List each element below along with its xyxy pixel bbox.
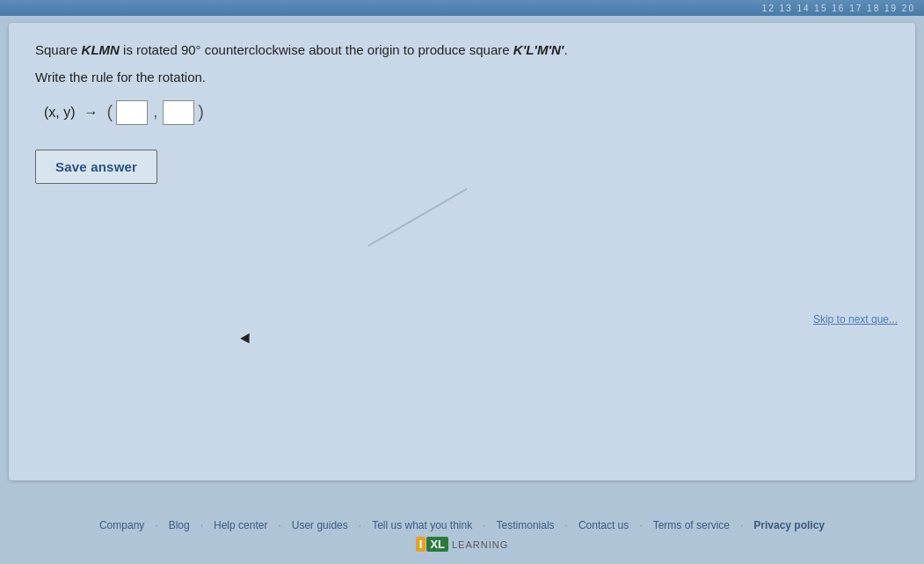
footer-link-feedback[interactable]: Tell us what you think — [372, 519, 472, 531]
footer-link-guides[interactable]: User guides — [292, 519, 348, 531]
footer-brand: IXL LEARNING — [416, 537, 509, 552]
footer-link-help[interactable]: Help center — [214, 519, 267, 531]
rotation-rule: (x, y) → ( , ) — [44, 100, 889, 125]
footer-link-testimonials[interactable]: Testimonials — [497, 519, 555, 531]
rotation-input-x[interactable] — [116, 100, 148, 125]
write-rule-text: Write the rule for the rotation. — [35, 70, 889, 84]
top-bar-numbers: 12 13 14 15 16 17 18 19 20 — [762, 4, 915, 13]
save-answer-button[interactable]: Save answer — [35, 150, 157, 184]
close-paren: ) — [198, 102, 204, 122]
open-paren: ( — [107, 102, 113, 122]
footer-link-company[interactable]: Company — [99, 519, 144, 531]
footer-link-blog[interactable]: Blog — [169, 519, 190, 531]
arrow-symbol: → — [84, 105, 98, 121]
brand-i: I — [416, 537, 426, 552]
main-content: Square KLMN is rotated 90° counterclockw… — [9, 23, 915, 480]
ixl-logo: IXL — [416, 537, 448, 552]
footer-links: Company · Blog · Help center · User guid… — [99, 519, 825, 531]
brand-xl: XL — [426, 537, 448, 552]
footer: Company · Blog · Help center · User guid… — [0, 519, 924, 552]
xy-label: (x, y) — [44, 105, 76, 121]
question-line1: Square KLMN is rotated 90° counterclockw… — [35, 40, 889, 61]
cursor-icon — [240, 333, 253, 347]
rotation-input-y[interactable] — [163, 100, 194, 125]
skip-link[interactable]: Skip to next que... — [813, 313, 898, 326]
footer-link-terms[interactable]: Terms of service — [653, 519, 730, 531]
diagonal-decoration — [367, 188, 468, 247]
top-bar: 12 13 14 15 16 17 18 19 20 — [0, 0, 924, 16]
comma: , — [153, 103, 157, 121]
footer-link-contact[interactable]: Contact us — [578, 519, 629, 531]
brand-learning-text: LEARNING — [452, 539, 508, 550]
paren-group: ( , ) — [107, 100, 204, 125]
footer-link-privacy[interactable]: Privacy policy — [753, 519, 825, 531]
